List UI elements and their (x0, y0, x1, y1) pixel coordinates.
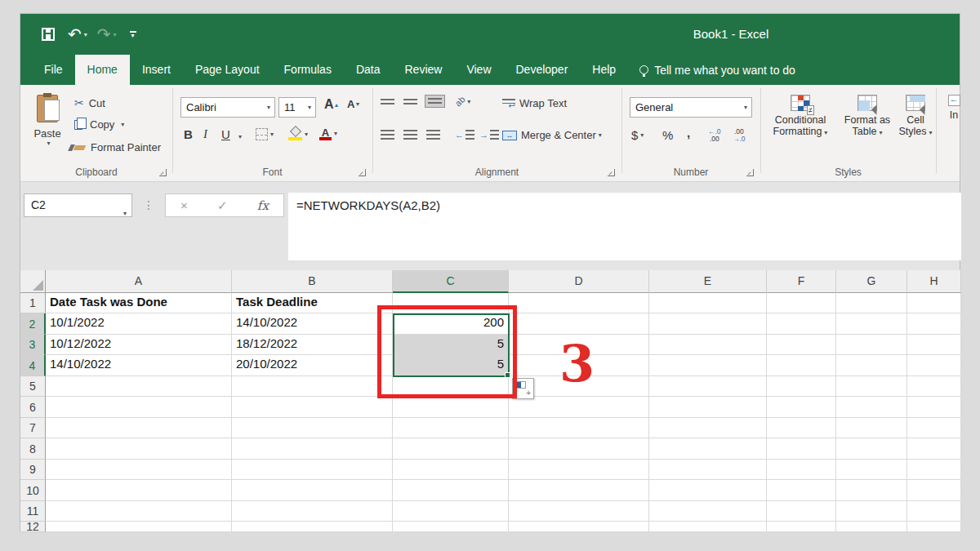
align-left-button[interactable] (381, 130, 394, 140)
cell-G12[interactable] (836, 522, 907, 532)
cell-G1[interactable] (836, 293, 907, 313)
redo-button[interactable]: ↷ ▾ (97, 26, 117, 42)
copy-dropdown-icon[interactable]: ▾ (121, 121, 124, 128)
cell-C7[interactable] (393, 418, 509, 438)
accounting-dropdown-icon[interactable]: ▾ (640, 131, 644, 139)
bold-button[interactable]: B (184, 127, 193, 141)
font-dialog-launcher-icon[interactable] (359, 169, 366, 176)
insert-function-button[interactable]: fx (257, 198, 269, 213)
cell-A1[interactable]: Date Task was Done (46, 293, 232, 313)
cell-C8[interactable] (393, 438, 509, 460)
column-header-D[interactable]: D (509, 270, 649, 293)
cell-A12[interactable] (46, 522, 232, 532)
decrease-indent-button[interactable]: ← (455, 130, 474, 140)
cell-F11[interactable] (767, 501, 836, 522)
cell-H7[interactable] (907, 418, 961, 438)
cell-E11[interactable] (649, 501, 767, 522)
cell-F6[interactable] (767, 397, 836, 418)
column-header-B[interactable]: B (232, 270, 393, 293)
cell-H11[interactable] (907, 501, 961, 522)
cell-G2[interactable] (836, 313, 907, 335)
tab-help[interactable]: Help (580, 55, 628, 85)
cell-E8[interactable] (649, 438, 767, 460)
enter-button[interactable]: ✓ (217, 198, 228, 213)
conditional-formatting-button[interactable]: ≠ Conditional Formatting▾ (764, 95, 837, 137)
cell-G9[interactable] (836, 460, 907, 480)
cell-B4[interactable]: 20/10/2022 (232, 355, 393, 376)
cell-B2[interactable]: 14/10/2022 (232, 313, 393, 335)
increase-font-size-button[interactable]: A▲ (324, 97, 340, 112)
increase-decimal-button[interactable]: ←.0 .00 (708, 128, 721, 143)
cell-H8[interactable] (907, 438, 961, 460)
cell-F1[interactable] (767, 293, 836, 313)
column-header-A[interactable]: A (46, 270, 232, 293)
number-format-combo[interactable]: General ▾ (630, 97, 752, 118)
cell-styles-button[interactable]: Cell Styles▾ (896, 95, 935, 137)
cell-B7[interactable] (232, 418, 393, 438)
underline-dropdown-icon[interactable]: ▾ (238, 133, 242, 140)
cell-F2[interactable] (767, 313, 836, 335)
font-color-button[interactable]: A ▾ (319, 127, 337, 140)
format-painter-button[interactable]: Format Painter (74, 141, 161, 153)
cell-E12[interactable] (649, 522, 767, 532)
decrease-font-size-button[interactable]: A▼ (347, 98, 360, 110)
cell-F10[interactable] (767, 480, 836, 501)
borders-button[interactable]: ▾ (256, 128, 274, 140)
name-box[interactable]: C2 ▾ (24, 193, 132, 217)
cell-E5[interactable] (649, 376, 767, 397)
column-header-H[interactable]: H (907, 270, 961, 293)
row-header-2[interactable]: 2 (20, 313, 46, 335)
tab-review[interactable]: Review (393, 55, 455, 85)
row-header-5[interactable]: 5 (20, 376, 46, 397)
undo-button[interactable]: ↶ ▾ (68, 26, 87, 42)
cell-D7[interactable] (509, 418, 649, 438)
paste-dropdown-icon[interactable]: ▾ (47, 140, 50, 147)
cell-D9[interactable] (509, 460, 649, 480)
align-right-button[interactable] (426, 130, 440, 140)
cell-F3[interactable] (767, 335, 836, 355)
cell-H12[interactable] (907, 522, 961, 532)
cell-A11[interactable] (46, 501, 232, 522)
cell-F4[interactable] (767, 355, 836, 376)
row-header-6[interactable]: 6 (20, 397, 46, 418)
cell-B11[interactable] (232, 501, 393, 522)
clipboard-dialog-launcher-icon[interactable] (159, 169, 167, 176)
tab-data[interactable]: Data (344, 55, 393, 85)
increase-indent-button[interactable]: → (479, 130, 499, 140)
alignment-dialog-launcher-icon[interactable] (608, 169, 615, 176)
cell-H10[interactable] (907, 480, 961, 501)
tell-me-box[interactable]: Tell me what you want to do (639, 55, 795, 85)
row-header-10[interactable]: 10 (20, 480, 46, 501)
tab-formulas[interactable]: Formulas (272, 55, 344, 85)
cell-E6[interactable] (649, 397, 767, 418)
cell-E1[interactable] (649, 293, 767, 313)
cell-A10[interactable] (46, 480, 232, 501)
comma-style-button[interactable]: , (687, 126, 690, 140)
paste-button[interactable]: Paste ▾ (27, 95, 68, 147)
cell-G11[interactable] (836, 501, 907, 522)
font-name-combo[interactable]: Calibri ▾ (180, 97, 275, 118)
number-dialog-launcher-icon[interactable] (746, 169, 754, 176)
cell-G3[interactable] (836, 335, 907, 355)
column-header-E[interactable]: E (649, 270, 767, 293)
orientation-dropdown-icon[interactable]: ▾ (467, 98, 470, 105)
tab-view[interactable]: View (454, 55, 503, 85)
column-header-F[interactable]: F (767, 270, 836, 293)
cell-E4[interactable] (649, 355, 767, 376)
tab-developer[interactable]: Developer (504, 55, 581, 85)
cell-H4[interactable] (907, 355, 961, 376)
cell-B12[interactable] (232, 522, 393, 532)
cell-A3[interactable]: 10/12/2022 (46, 335, 232, 355)
tab-file[interactable]: File (32, 55, 75, 85)
cell-E2[interactable] (649, 313, 767, 335)
cell-F7[interactable] (767, 418, 836, 438)
row-header-3[interactable]: 3 (20, 335, 46, 355)
cell-D11[interactable] (509, 501, 649, 522)
top-align-button[interactable] (381, 99, 394, 105)
save-button[interactable] (42, 28, 55, 41)
name-box-dropdown-icon[interactable]: ▾ (123, 202, 127, 224)
cell-G8[interactable] (836, 438, 907, 460)
cell-D8[interactable] (509, 438, 649, 460)
borders-dropdown-icon[interactable]: ▾ (270, 131, 274, 138)
merge-center-dropdown-icon[interactable]: ▾ (599, 131, 602, 139)
